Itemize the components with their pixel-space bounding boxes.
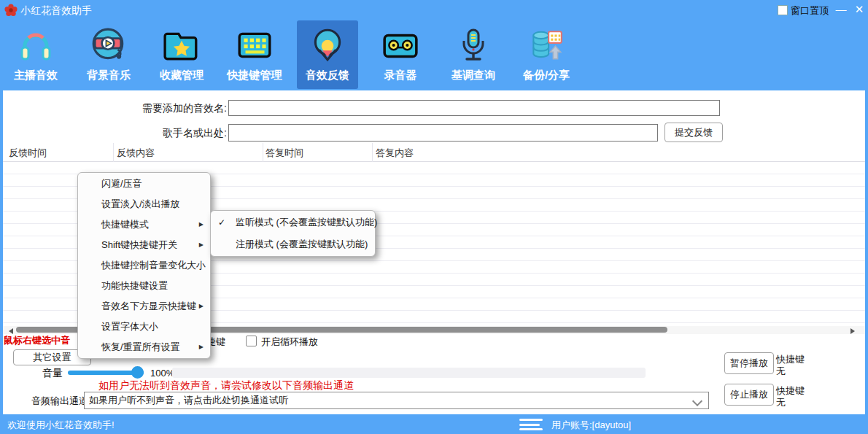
toolbar-item-hotkey-manage[interactable]: 快捷键管理 xyxy=(224,20,285,89)
chevron-down-icon xyxy=(692,396,702,406)
user-account-label: 用户账号:[dayutou] xyxy=(551,419,631,432)
hotkey-mode-submenu: ✓ 监听模式 (不会覆盖按键默认功能) 注册模式 (会覆盖按键默认功能) xyxy=(210,210,376,257)
microphone-icon xyxy=(455,25,492,66)
keyboard-icon xyxy=(236,25,274,66)
sound-name-label: 需要添加的音效名: xyxy=(109,102,227,115)
audio-channel-value: 如果用户听不到声音，请点击此处切换通道试听 xyxy=(89,395,288,406)
window-title: 小红花音效助手 xyxy=(20,4,92,18)
toolbar-item-bg-music[interactable]: 背景音乐 xyxy=(78,20,139,89)
column-header-feedback-content[interactable]: 反馈内容 xyxy=(117,147,155,160)
audio-channel-select[interactable]: 如果用户听不到声音，请点击此处切换通道试听 xyxy=(84,392,709,409)
artist-label: 歌手名或出处: xyxy=(109,127,227,140)
toolbar-label: 录音器 xyxy=(384,69,417,82)
toolbar-item-backup-share[interactable]: 备份/分享 xyxy=(516,20,577,89)
pin-window-checkbox[interactable] xyxy=(778,5,788,15)
toolbar-item-anchor-sfx[interactable]: 主播音效 xyxy=(5,20,66,89)
music-disc-icon xyxy=(90,25,128,66)
menu-item-function-hotkeys[interactable]: 功能快捷键设置 xyxy=(78,276,210,296)
menu-item-duck-audio[interactable]: 闪避/压音 xyxy=(78,174,210,194)
checkmark-icon: ✓ xyxy=(218,212,225,233)
playback-progress-bar xyxy=(172,368,646,378)
toolbar-label: 背景音乐 xyxy=(87,69,131,82)
stop-hotkey-value: 无 xyxy=(776,396,786,409)
submenu-arrow-icon: ▶ xyxy=(199,235,204,255)
column-header-reply-time[interactable]: 答复时间 xyxy=(266,147,303,160)
app-window: 小红花音效助手 窗口置顶 — ✕ 主播音效 xyxy=(0,0,868,434)
audio-warning-text: 如用户无法听到音效声音，请尝试修改以下音频输出通道 xyxy=(98,379,354,392)
menu-item-font-size[interactable]: 设置字体大小 xyxy=(78,317,210,337)
context-menu: 闪避/压音 设置淡入/淡出播放 快捷键模式▶ Shift键快捷键开关▶ 快捷键控… xyxy=(77,172,211,359)
loop-play-checkbox[interactable] xyxy=(246,336,257,346)
titlebar: 小红花音效助手 窗口置顶 — ✕ xyxy=(0,0,868,20)
menu-hamburger-icon[interactable] xyxy=(519,419,543,430)
pin-window-label: 窗口置顶 xyxy=(791,4,829,18)
toolbar-item-recorder[interactable]: 录音器 xyxy=(370,20,431,89)
stop-play-button[interactable]: 停止播放 xyxy=(724,384,774,406)
volume-slider-thumb[interactable] xyxy=(131,366,144,379)
status-welcome-text: 欢迎使用小红花音效助手! xyxy=(7,419,115,432)
toolbar-item-sfx-feedback[interactable]: 音效反馈 xyxy=(297,20,358,89)
toolbar-item-favorites[interactable]: 收藏管理 xyxy=(151,20,212,89)
cassette-icon xyxy=(381,25,420,66)
menu-item-reset-settings[interactable]: 恢复/重置所有设置▶ xyxy=(78,337,210,357)
column-header-reply-content[interactable]: 答复内容 xyxy=(376,147,414,160)
close-button[interactable]: ✕ xyxy=(852,3,867,16)
toolbar-item-key-query[interactable]: 基调查询 xyxy=(443,20,504,89)
submenu-item-register-mode[interactable]: 注册模式 (会覆盖按键默认功能) xyxy=(211,233,375,255)
loop-play-label: 开启循环播放 xyxy=(261,336,318,349)
menu-item-show-hotkey-under-name[interactable]: 音效名下方显示快捷键▶ xyxy=(78,296,210,317)
toolbar-label: 备份/分享 xyxy=(523,69,570,82)
volume-value: 100% xyxy=(150,368,174,379)
scroll-left-icon[interactable] xyxy=(9,328,13,334)
main-toolbar: 主播音效 背景音乐 收藏管理 xyxy=(0,20,868,90)
submenu-arrow-icon: ▶ xyxy=(199,214,204,235)
app-flower-icon xyxy=(4,4,18,17)
menu-item-shift-hotkey-toggle[interactable]: Shift键快捷键开关▶ xyxy=(78,235,210,255)
menu-item-hotkey-volume-step[interactable]: 快捷键控制音量变化大小 xyxy=(78,255,210,276)
volume-label: 音量 xyxy=(42,367,63,380)
audio-channel-label: 音频输出通道 xyxy=(31,395,88,408)
pause-hotkey-value: 无 xyxy=(776,365,786,378)
column-header-feedback-time[interactable]: 反馈时间 xyxy=(9,147,47,160)
star-folder-icon xyxy=(163,25,201,66)
toolbar-label: 音效反馈 xyxy=(306,69,349,82)
toolbar-label: 基调查询 xyxy=(452,69,495,82)
sound-name-input[interactable] xyxy=(228,100,720,116)
right-click-hint: 鼠标右键选中音 xyxy=(4,334,70,347)
pause-play-button[interactable]: 暂停播放 xyxy=(724,352,774,374)
menu-item-fade-in-out[interactable]: 设置淡入/淡出播放 xyxy=(78,194,210,214)
submenu-item-listen-mode[interactable]: ✓ 监听模式 (不会覆盖按键默认功能) xyxy=(211,212,375,233)
headphones-icon xyxy=(18,25,54,66)
toolbar-label: 主播音效 xyxy=(14,69,58,82)
scroll-right-icon[interactable] xyxy=(850,328,855,334)
feedback-icon xyxy=(309,25,346,66)
menu-item-hotkey-mode[interactable]: 快捷键模式▶ xyxy=(78,214,210,235)
submenu-arrow-icon: ▶ xyxy=(199,296,204,317)
statusbar: 欢迎使用小红花音效助手! 用户账号:[dayutou] xyxy=(0,414,868,434)
submit-feedback-button[interactable]: 提交反馈 xyxy=(664,123,723,142)
submenu-arrow-icon: ▶ xyxy=(199,337,204,357)
toolbar-label: 收藏管理 xyxy=(160,69,204,82)
backup-share-icon xyxy=(527,25,565,66)
artist-input[interactable] xyxy=(228,124,658,142)
toolbar-label: 快捷键管理 xyxy=(228,69,282,82)
minimize-button[interactable]: — xyxy=(834,3,848,16)
